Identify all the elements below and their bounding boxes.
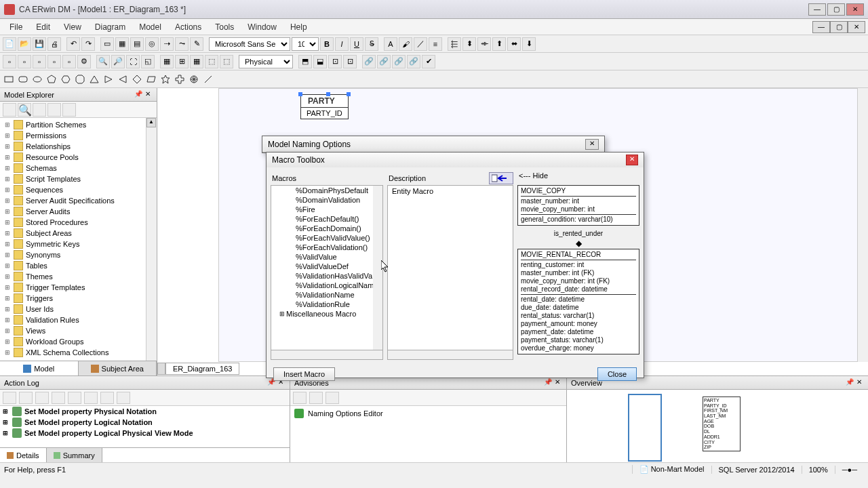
overview-viewport[interactable] — [628, 394, 662, 462]
font-size-select[interactable]: 10 — [292, 37, 319, 51]
tree-item[interactable]: ⊞Validation Rules — [1, 314, 155, 325]
tool-e[interactable]: ▫ — [62, 55, 76, 68]
font-select[interactable]: Microsoft Sans Serif — [209, 37, 290, 51]
macro-toolbox-dialog[interactable]: Macro Toolbox ✕ Macros %DomainPhysDefaul… — [266, 152, 644, 378]
save-icon[interactable]: 💾 — [33, 37, 46, 51]
tab-subject-area[interactable]: Subject Area — [79, 361, 157, 375]
underline-icon[interactable]: U — [350, 37, 363, 51]
menu-model[interactable]: Model — [132, 20, 168, 34]
macro-item[interactable]: %ForEachDefault() — [292, 214, 382, 224]
select-icon[interactable]: ▭ — [100, 37, 114, 51]
menu-file[interactable]: File — [3, 20, 29, 34]
entity-icon[interactable]: ▦ — [115, 37, 129, 51]
macro-hscroll[interactable] — [271, 350, 383, 360]
tab-scroll-left-icon[interactable] — [157, 363, 165, 375]
print-icon[interactable]: 🖨 — [47, 37, 61, 51]
overview-canvas[interactable]: PARTYPARTY_IDFIRST_NMLAST_NMAGEDOBDLADDR… — [567, 390, 868, 462]
log-btn-7[interactable] — [100, 392, 114, 404]
cc-icon[interactable]: ⊡ — [328, 55, 342, 68]
desc-hscroll[interactable] — [387, 350, 513, 360]
panel-close-icon[interactable]: ✕ — [854, 378, 864, 388]
line-color-icon[interactable]: ／ — [414, 37, 427, 51]
rel-icon[interactable]: ⇢ — [160, 37, 174, 51]
triangle-left-icon[interactable] — [117, 73, 129, 85]
advisories-list[interactable]: Naming Options Editor — [290, 406, 566, 462]
log-btn-2[interactable] — [19, 392, 33, 404]
tree-item[interactable]: ⊞Trigger Templates — [1, 282, 155, 293]
tree-item[interactable]: ⊞Server Audit Specifications — [1, 195, 155, 206]
minimize-button[interactable]: — — [808, 3, 826, 16]
redo-icon[interactable]: ↷ — [81, 37, 95, 51]
macro-item[interactable]: %ForEachDomain() — [292, 224, 382, 233]
tree-item[interactable]: ⊞Schemas — [1, 163, 155, 174]
mdi-minimize-button[interactable]: — — [812, 21, 830, 33]
advisory-item[interactable]: Naming Options Editor — [292, 407, 565, 420]
tree-scrollbar[interactable]: ▲ — [146, 118, 157, 361]
macro-item[interactable]: %ForEachValidValue() — [292, 233, 382, 243]
star-icon[interactable] — [159, 73, 172, 85]
open-icon[interactable]: 📂 — [18, 37, 31, 51]
adv-btn-1[interactable] — [293, 392, 307, 404]
font-color-icon[interactable]: A — [384, 37, 397, 51]
tree-item[interactable]: ⊞Stored Procedures — [1, 217, 155, 228]
tree-item[interactable]: ⊞Subject Areas — [1, 228, 155, 239]
fill-color-icon[interactable]: 🖌 — [399, 37, 412, 51]
tool-f[interactable]: ⚙ — [77, 55, 91, 68]
fe-icon[interactable]: ⬒ — [298, 55, 312, 68]
canvas-vscroll[interactable] — [857, 88, 868, 362]
hide-toggle-button[interactable] — [489, 172, 513, 184]
diamond-icon[interactable] — [131, 73, 143, 85]
tree-item[interactable]: ⊞XML Schema Collections — [1, 347, 155, 358]
tree-item[interactable]: ⊞Sequences — [1, 184, 155, 195]
annotation-icon[interactable]: ✎ — [190, 37, 203, 51]
resize-handle[interactable] — [347, 92, 351, 96]
exp-btn-3[interactable] — [33, 103, 46, 117]
action-log-list[interactable]: ⊞Set Model property Physical Notation ⊞S… — [0, 406, 290, 447]
menu-edit[interactable]: Edit — [29, 20, 57, 34]
macro-item[interactable]: %DomainValidation — [292, 195, 382, 205]
triangle-right-icon[interactable] — [102, 73, 115, 85]
macro-item[interactable]: %ValidationHasValidVa — [292, 271, 382, 281]
macro-item[interactable]: %ValidationName — [292, 290, 382, 300]
identify-icon[interactable]: ⤳ — [175, 37, 189, 51]
link3-icon[interactable]: 🔗 — [392, 55, 406, 68]
tool-c[interactable]: ▫ — [33, 55, 46, 68]
ungroup-icon[interactable]: ⬚ — [220, 55, 233, 68]
group-icon[interactable]: ⬚ — [205, 55, 218, 68]
menu-view[interactable]: View — [57, 20, 88, 34]
log-btn-3[interactable] — [35, 392, 49, 404]
explorer-tree[interactable]: ⊞Partition Schemes⊞Permissions⊞Relations… — [0, 118, 157, 361]
link4-icon[interactable]: 🔗 — [407, 55, 420, 68]
log-btn-4[interactable] — [52, 392, 65, 404]
parallelogram-icon[interactable] — [145, 73, 157, 85]
tree-item[interactable]: ⊞Synonyms — [1, 249, 155, 260]
expand-icon[interactable]: ⊞ — [279, 310, 285, 317]
hexagon-icon[interactable] — [60, 73, 72, 85]
tree-item[interactable]: ⊞Relationships — [1, 141, 155, 152]
exp-btn-1[interactable] — [3, 103, 16, 117]
rect-icon[interactable] — [3, 73, 15, 85]
tab-summary[interactable]: Summary — [47, 448, 102, 462]
maximize-button[interactable]: ▢ — [827, 3, 845, 16]
exp-btn-4[interactable] — [47, 103, 61, 117]
close-button[interactable]: ✕ — [846, 3, 864, 16]
tree-item[interactable]: ⊞Resource Pools — [1, 152, 155, 163]
macro-item[interactable]: %ValidValueDef — [292, 262, 382, 271]
panel-close-icon[interactable]: ✕ — [143, 90, 153, 100]
model-naming-options-dialog[interactable]: Model Naming Options ✕ — [262, 136, 605, 153]
mdi-close-button[interactable]: ✕ — [848, 21, 865, 33]
macro-item[interactable]: %ValidValue — [292, 252, 382, 262]
status-zoom-slider[interactable]: ─●─ — [835, 466, 864, 474]
macro-item[interactable]: %DomainPhysDefault — [292, 186, 382, 195]
grid-icon[interactable]: ▦ — [160, 55, 174, 68]
macro-item[interactable]: %ValidationLogicalNam — [292, 281, 382, 290]
pin-icon[interactable]: 📌 — [134, 90, 143, 100]
insert-macro-button[interactable]: Insert Macro — [273, 367, 335, 381]
scroll-up-icon[interactable]: ▲ — [146, 118, 156, 127]
octagon-icon[interactable] — [74, 73, 86, 85]
log-btn-6[interactable] — [84, 392, 98, 404]
tool-d[interactable]: ▫ — [47, 55, 61, 68]
log-btn-5[interactable] — [68, 392, 81, 404]
pin-icon[interactable]: 📌 — [845, 378, 854, 388]
zoom-sel-icon[interactable]: ◱ — [141, 55, 155, 68]
